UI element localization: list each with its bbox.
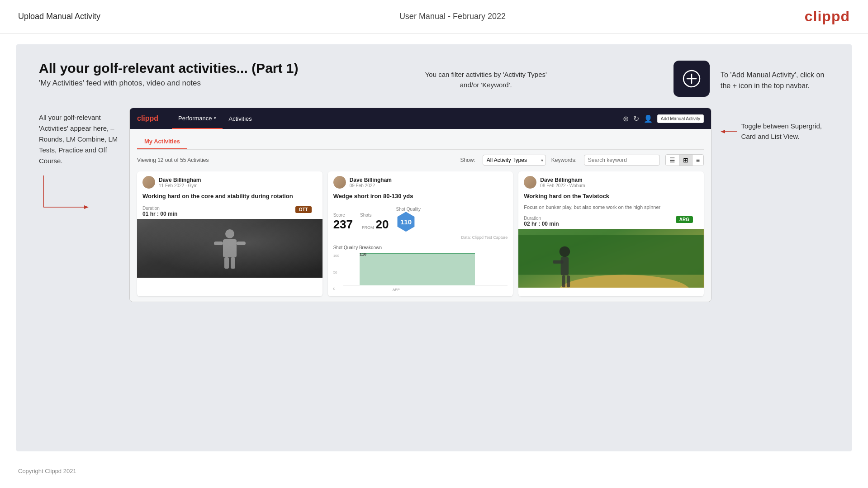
shot-quality-label: Shot Quality bbox=[396, 207, 420, 212]
activity-type-select-wrapper[interactable]: All Activity Types bbox=[483, 155, 546, 166]
app-nav-right: ⊕ ↻ 👤 Add Manual Activity bbox=[623, 114, 704, 123]
upload-manual-activity-label: Upload Manual Activity bbox=[18, 12, 100, 21]
from-label: FROM bbox=[362, 225, 374, 232]
card-header-1: Dave Billingham 11 Feb 2022 · Gym bbox=[137, 171, 323, 192]
svg-rect-16 bbox=[561, 257, 569, 275]
svg-rect-8 bbox=[214, 242, 223, 245]
sqb-title: Shot Quality Breakdown bbox=[333, 245, 508, 250]
add-icon[interactable]: ⊕ bbox=[623, 114, 629, 123]
page-subheading: 'My Activities' feed with photos, video … bbox=[39, 79, 299, 88]
cards-grid: Dave Billingham 11 Feb 2022 · Gym Workin… bbox=[137, 171, 704, 296]
score-label: Score bbox=[333, 213, 353, 218]
shot-quality-badge: 110 bbox=[396, 212, 416, 232]
nav-item-performance[interactable]: Performance ▾ bbox=[172, 108, 222, 129]
keyword-input[interactable] bbox=[584, 155, 660, 166]
app-clippd-logo: clippd bbox=[137, 114, 158, 123]
left-arrow-svg bbox=[39, 171, 93, 216]
shot-quality-breakdown: Shot Quality Breakdown 100 50 0 bbox=[328, 242, 513, 296]
svg-rect-11 bbox=[231, 257, 235, 269]
sqb-x-label: APP bbox=[393, 288, 400, 292]
card-image-golf-bunker bbox=[518, 229, 704, 288]
logo-area: clippd bbox=[805, 8, 850, 25]
viewing-count: Viewing 12 out of 55 Activities bbox=[137, 157, 209, 163]
copyright: Copyright Clippd 2021 bbox=[18, 468, 76, 474]
card-user-name-2: Dave Billingham bbox=[350, 177, 392, 183]
duration-value-1: 01 hr : 00 min bbox=[142, 211, 177, 217]
card-view-toggle[interactable]: ≡ bbox=[693, 155, 703, 166]
left-annotation: All your golf-relevant 'Activities' appe… bbox=[39, 108, 129, 302]
sqb-value-label: 110 bbox=[360, 252, 366, 256]
toggle-annotation-text: Toggle between Supergrid, Card and List … bbox=[741, 121, 829, 142]
refresh-icon[interactable]: ↻ bbox=[633, 114, 639, 123]
page-heading: All your golf-relevant activities... (Pa… bbox=[39, 61, 299, 76]
card-user-info-2: Dave Billingham 09 Feb 2022 bbox=[350, 177, 392, 188]
card-user-name-3: Dave Billingham bbox=[540, 177, 585, 183]
duration-section-1: Duration 01 hr : 00 min bbox=[142, 206, 177, 217]
card-user-name-1: Dave Billingham bbox=[159, 177, 201, 183]
svg-rect-18 bbox=[562, 275, 565, 287]
score-stat: Score 237 bbox=[333, 213, 353, 232]
card-user-date-1: 11 Feb 2022 · Gym bbox=[159, 183, 201, 188]
shots-value: 20 bbox=[376, 218, 389, 232]
card-badge-ott: OTT bbox=[295, 206, 312, 213]
app-tabs: My Activities bbox=[137, 134, 704, 150]
card-title-2: Wedge short iron 80-130 yds bbox=[328, 192, 513, 204]
add-button-container bbox=[674, 61, 710, 97]
user-icon[interactable]: 👤 bbox=[644, 114, 653, 123]
svg-rect-7 bbox=[223, 239, 237, 257]
card-user-info-1: Dave Billingham 11 Feb 2022 · Gym bbox=[159, 177, 201, 188]
duration-label-3: Duration bbox=[524, 216, 559, 221]
card-title-1: Working hard on the core and stability d… bbox=[137, 192, 323, 204]
grid-view-toggle[interactable]: ⊞ bbox=[679, 155, 693, 166]
tab-my-activities[interactable]: My Activities bbox=[137, 134, 187, 149]
svg-rect-19 bbox=[567, 275, 570, 287]
svg-rect-13 bbox=[518, 235, 704, 275]
card-header-3: Dave Billingham 08 Feb 2022 · Woburn bbox=[518, 171, 704, 192]
card-badge-arg: ARG bbox=[676, 216, 693, 223]
sqb-y-axis: 100 50 0 bbox=[333, 252, 343, 293]
view-toggles: ☰ ⊞ ≡ bbox=[665, 154, 704, 166]
svg-point-15 bbox=[560, 246, 570, 256]
add-manual-annotation: To 'Add Manual Activity', click on the +… bbox=[721, 70, 829, 91]
svg-rect-9 bbox=[237, 242, 246, 245]
plus-circle-icon bbox=[682, 69, 702, 89]
gym-person-icon bbox=[209, 226, 250, 271]
activity-card-3: Dave Billingham 08 Feb 2022 · Woburn Wor… bbox=[518, 171, 704, 296]
data-source: Data: Clippd Test Capture bbox=[328, 234, 513, 242]
duration-value-3: 02 hr : 00 min bbox=[524, 221, 559, 227]
avatar-2 bbox=[333, 176, 346, 189]
activity-card-1: Dave Billingham 11 Feb 2022 · Gym Workin… bbox=[137, 171, 323, 296]
card-user-date-3: 08 Feb 2022 · Woburn bbox=[540, 183, 585, 188]
avatar-1 bbox=[142, 176, 155, 189]
right-annotations: Toggle between Supergrid, Card and List … bbox=[711, 121, 829, 302]
golf-bunker-icon bbox=[518, 229, 704, 288]
body-layout: All your golf-relevant 'Activities' appe… bbox=[39, 108, 829, 302]
card-image-gym bbox=[137, 219, 323, 278]
filter-bar: Viewing 12 out of 55 Activities Show: Al… bbox=[137, 154, 704, 166]
app-mockup: clippd Performance ▾ Activities ⊕ ↻ � bbox=[129, 108, 711, 302]
main-content: All your golf-relevant activities... (Pa… bbox=[16, 44, 852, 451]
document-title: User Manual - February 2022 bbox=[399, 12, 506, 21]
show-label: Show: bbox=[460, 157, 475, 163]
left-annotation-text: All your golf-relevant 'Activities' appe… bbox=[39, 112, 120, 166]
header-section: All your golf-relevant activities... (Pa… bbox=[39, 61, 829, 97]
avatar-3 bbox=[524, 176, 536, 189]
svg-rect-10 bbox=[224, 257, 229, 269]
shots-stat: Shots FROM 20 bbox=[360, 213, 389, 232]
footer: Copyright Clippd 2021 bbox=[0, 462, 868, 480]
clippd-logo: clippd bbox=[805, 8, 850, 24]
app-body: My Activities Viewing 12 out of 55 Activ… bbox=[130, 129, 711, 302]
list-view-toggle[interactable]: ☰ bbox=[666, 155, 679, 166]
activity-type-select[interactable]: All Activity Types bbox=[483, 155, 546, 166]
duration-label-1: Duration bbox=[142, 206, 177, 211]
nav-item-activities[interactable]: Activities bbox=[223, 108, 258, 129]
card-user-date-2: 09 Feb 2022 bbox=[350, 183, 392, 188]
score-value: 237 bbox=[333, 218, 353, 232]
svg-marker-5 bbox=[84, 205, 89, 209]
add-manual-activity-button[interactable] bbox=[674, 61, 710, 97]
keywords-label: Keywords: bbox=[551, 157, 577, 163]
card-description-3: Focus on bunker play, but also some work… bbox=[518, 204, 704, 213]
svg-rect-17 bbox=[553, 260, 563, 263]
toggle-annotation-group: Toggle between Supergrid, Card and List … bbox=[721, 121, 829, 142]
shots-label: Shots bbox=[360, 213, 389, 218]
